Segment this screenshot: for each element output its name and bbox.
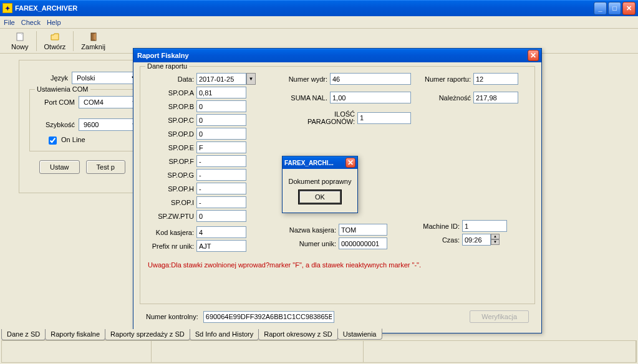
bottom-tabs: Dane z SD Raporty fiskalne Raporty sprze… bbox=[1, 329, 382, 340]
spopf-input[interactable] bbox=[196, 155, 246, 167]
tool-label: Nowy bbox=[11, 43, 29, 50]
spoph-label: SP.OP.H bbox=[148, 185, 194, 193]
suma-label: SUMA NAL. bbox=[286, 94, 327, 102]
app-icon: ✦ bbox=[2, 3, 12, 13]
numer-unik-label: Numer unik: bbox=[286, 240, 336, 247]
maximize-button[interactable]: □ bbox=[608, 2, 621, 15]
spopd-label: SP.OP.D bbox=[148, 130, 194, 138]
numer-raportu-label: Numer raportu: bbox=[418, 75, 471, 83]
jezyk-label: Język bbox=[29, 74, 68, 82]
numer-wydr-input[interactable] bbox=[330, 73, 411, 85]
spzw-label: SP.ZW.PTU bbox=[148, 213, 194, 220]
spopd-input[interactable] bbox=[196, 128, 246, 140]
naleznosc-label: Należność bbox=[418, 94, 471, 102]
tool-nowy[interactable]: Nowy bbox=[5, 31, 35, 52]
tab-raport-okresowy[interactable]: Raport okresowy z SD bbox=[258, 329, 337, 340]
separator bbox=[73, 31, 74, 51]
close-button[interactable]: ✕ bbox=[622, 2, 636, 15]
spin-down[interactable]: ▼ bbox=[491, 239, 500, 245]
msgbox-title: FAREX_ARCHI... bbox=[284, 160, 346, 166]
online-checkbox[interactable] bbox=[49, 136, 57, 145]
spopc-label: SP.OP.C bbox=[148, 117, 194, 124]
machine-label: Machine ID: bbox=[418, 223, 460, 230]
nazwa-kasjera-label: Nazwa kasjera: bbox=[286, 226, 336, 234]
close-door-icon bbox=[89, 32, 99, 42]
menu-help[interactable]: Help bbox=[47, 19, 61, 26]
online-label: On Line bbox=[61, 136, 85, 143]
data-input[interactable] bbox=[196, 73, 246, 85]
jezyk-select[interactable]: Polski bbox=[72, 72, 140, 84]
kod-kasjera-input[interactable] bbox=[196, 226, 246, 238]
spin-up[interactable]: ▲ bbox=[491, 234, 500, 239]
test-button[interactable]: Test p bbox=[86, 160, 125, 174]
tab-dane-sd[interactable]: Dane z SD bbox=[1, 329, 46, 340]
szybkosc-select[interactable]: 9600 bbox=[79, 118, 141, 131]
ustaw-button[interactable]: Ustaw bbox=[39, 160, 80, 174]
tool-otworz[interactable]: Otwórz bbox=[38, 31, 72, 52]
port-select[interactable]: COM4 bbox=[79, 96, 141, 108]
group-legend: Dane raportu bbox=[145, 62, 189, 70]
spopb-input[interactable] bbox=[196, 100, 246, 112]
menu-bar: File Check Help bbox=[0, 16, 638, 29]
window-title: FAREX_ARCHIVER bbox=[15, 4, 594, 12]
kontrolny-label: Numer kontrolny: bbox=[146, 313, 198, 320]
ok-button[interactable]: OK bbox=[299, 190, 341, 204]
spope-label: SP.OP.E bbox=[148, 144, 194, 151]
msgbox-close-button[interactable]: ✕ bbox=[346, 158, 355, 168]
spzw-input[interactable] bbox=[196, 210, 246, 222]
machine-input[interactable] bbox=[462, 220, 507, 232]
minimize-button[interactable]: _ bbox=[594, 2, 607, 15]
ilosc-label: ILOŚĆ PARAGONÓW: bbox=[286, 110, 355, 125]
dialog-close-button[interactable]: ✕ bbox=[528, 50, 539, 61]
tool-label: Otwórz bbox=[44, 43, 66, 50]
msgbox-text: Dokument poprawny bbox=[288, 178, 352, 185]
weryfikacja-button: Weryfikacja bbox=[470, 310, 529, 323]
warning-text: Uwaga:Dla stawki zwolnionej wprowad?mark… bbox=[148, 261, 527, 269]
tab-raporty-sprzedazy[interactable]: Raporty sprzedaży z SD bbox=[105, 329, 190, 340]
spopi-label: SP.OP.I bbox=[148, 199, 194, 206]
suma-input[interactable] bbox=[330, 92, 411, 103]
spopi-input[interactable] bbox=[196, 196, 246, 208]
dialog-title: Raport Fiskalny bbox=[136, 52, 528, 59]
menu-check[interactable]: Check bbox=[21, 19, 41, 26]
spoph-input[interactable] bbox=[196, 183, 246, 194]
message-box: FAREX_ARCHI... ✕ Dokument poprawny OK bbox=[282, 156, 358, 213]
separator bbox=[36, 31, 37, 51]
menu-file[interactable]: File bbox=[4, 19, 15, 26]
spopg-label: SP.OP.G bbox=[148, 171, 194, 179]
group-legend: Ustawienia COM bbox=[35, 85, 90, 93]
spopb-label: SP.OP.B bbox=[148, 103, 194, 110]
spope-input[interactable] bbox=[196, 141, 246, 153]
new-icon bbox=[15, 32, 25, 42]
numer-wydr-label: Numer wydr: bbox=[286, 75, 327, 83]
nazwa-kasjera-input[interactable] bbox=[339, 224, 387, 236]
naleznosc-input[interactable] bbox=[473, 92, 518, 103]
prefix-input[interactable] bbox=[196, 240, 246, 252]
spopa-label: SP.OP.A bbox=[148, 89, 194, 97]
numer-unik-input[interactable] bbox=[339, 237, 387, 249]
tab-ustawienia[interactable]: Ustawienia bbox=[337, 328, 382, 340]
dialog-titlebar: Raport Fiskalny ✕ bbox=[133, 49, 541, 62]
tab-sd-info[interactable]: Sd Info and History bbox=[190, 329, 259, 340]
data-label: Data: bbox=[148, 75, 194, 83]
spopg-input[interactable] bbox=[196, 169, 246, 181]
prefix-label: Prefix nr unik: bbox=[148, 242, 194, 250]
content-frame bbox=[1, 340, 637, 363]
czas-input[interactable] bbox=[462, 234, 491, 246]
main-titlebar: ✦ FAREX_ARCHIVER _ □ ✕ bbox=[0, 0, 638, 16]
czas-label: Czas: bbox=[418, 236, 460, 244]
date-dropdown-button[interactable]: ▼ bbox=[246, 73, 256, 85]
msgbox-titlebar: FAREX_ARCHI... ✕ bbox=[283, 156, 357, 169]
kod-kasjera-label: Kod kasjera: bbox=[148, 229, 194, 236]
spopf-label: SP.OP.F bbox=[148, 158, 194, 165]
szybkosc-label: Szybkość bbox=[36, 121, 75, 128]
spopc-input[interactable] bbox=[196, 114, 246, 126]
kontrolny-input[interactable] bbox=[203, 311, 334, 323]
tool-label: Zamknij bbox=[81, 43, 105, 50]
numer-raportu-input[interactable] bbox=[473, 73, 518, 85]
ilosc-input[interactable] bbox=[357, 112, 411, 124]
open-icon bbox=[50, 32, 60, 42]
tab-raporty-fiskalne[interactable]: Raporty fiskalne bbox=[45, 329, 105, 340]
tool-zamknij[interactable]: Zamknij bbox=[75, 31, 112, 52]
spopa-input[interactable] bbox=[196, 87, 246, 98]
